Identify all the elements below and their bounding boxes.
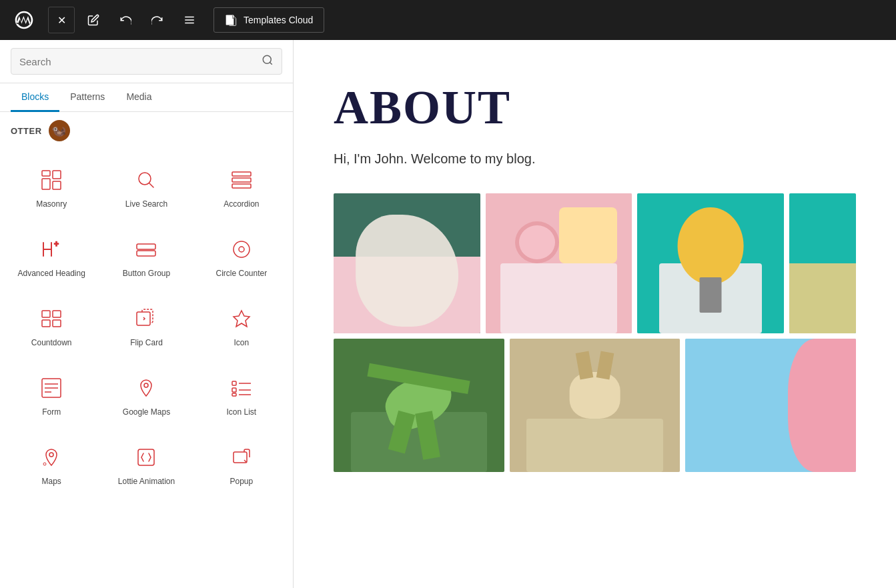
block-item-google-maps[interactable]: Google Maps [100,363,192,429]
otter-avatar: 🦦 [49,120,70,141]
svg-marker-22 [234,311,250,327]
svg-point-17 [239,247,244,252]
gallery-image-5 [334,339,504,472]
undo-button[interactable] [112,7,139,33]
gallery-image-2 [486,193,632,333]
block-item-accordion[interactable]: Accordion [195,155,288,221]
icon-list-label: Icon List [226,407,256,418]
toolbar: ✕ Templates Cloud [0,0,896,40]
maps-icon [41,447,62,471]
block-item-icon-list[interactable]: Icon List [195,363,288,429]
live-search-icon [135,169,157,194]
search-icon [262,54,274,69]
svg-rect-12 [232,184,251,188]
popup-label: Popup [230,477,253,487]
svg-rect-10 [232,172,251,176]
close-button[interactable]: ✕ [48,7,75,33]
icon-block-icon [231,308,252,333]
live-search-label: Live Search [125,199,167,210]
gallery-row-1 [334,193,856,333]
masonry-icon [41,169,62,194]
svg-rect-8 [53,181,61,189]
advanced-heading-icon: + [41,239,62,263]
google-maps-icon [135,377,157,402]
svg-text:+: + [54,239,59,249]
lottie-animation-icon [135,447,157,471]
button-group-label: Button Group [123,269,170,279]
menu-button[interactable] [176,7,203,33]
wp-logo[interactable] [8,0,40,40]
block-item-lottie-animation[interactable]: Lottie Animation [100,432,192,499]
svg-rect-36 [138,449,154,465]
circle-counter-label: Circle Counter [215,269,267,279]
templates-cloud-label: Templates Cloud [244,15,313,25]
countdown-icon [41,308,62,333]
svg-rect-11 [232,178,251,182]
canvas: ABOUT Hi, I'm John. Welcome to my blog. [294,40,896,588]
search-bar [0,40,293,83]
svg-rect-21 [53,320,61,327]
popup-icon [231,447,252,471]
svg-rect-32 [232,393,236,396]
icon-list-icon [231,377,252,402]
page-title: ABOUT [334,80,856,135]
circle-counter-icon [231,239,252,263]
svg-rect-7 [42,179,50,189]
accordion-label: Accordion [223,199,259,210]
blocks-grid: Masonry Live Search [5,155,288,499]
search-input-wrap [11,48,282,75]
block-item-live-search[interactable]: Live Search [100,155,192,221]
countdown-label: Countdown [31,338,72,349]
gallery-image-3 [637,193,784,333]
button-group-icon [135,239,157,263]
sidebar: Blocks Patterns Media OTTER 🦦 [0,40,294,588]
gallery-image-1 [334,193,480,333]
gallery-image-7 [685,339,856,472]
edit-icon-button[interactable] [80,7,107,33]
canvas-inner: ABOUT Hi, I'm John. Welcome to my blog. [294,40,896,588]
svg-rect-19 [53,311,61,317]
redo-button[interactable] [144,7,171,33]
block-item-countdown[interactable]: Countdown [5,293,97,360]
blocks-scroll-area: Masonry Live Search [0,149,293,588]
tab-media[interactable]: Media [115,83,162,112]
gallery-image-4 [789,193,856,333]
lottie-animation-label: Lottie Animation [118,477,175,487]
templates-cloud-button[interactable]: Templates Cloud [213,7,324,33]
form-icon [41,377,62,402]
svg-point-27 [144,383,148,387]
svg-rect-14 [137,244,155,249]
search-input[interactable] [19,56,262,67]
block-item-maps[interactable]: Maps [5,432,97,499]
block-item-button-group[interactable]: Button Group [100,224,192,291]
main-area: Blocks Patterns Media OTTER 🦦 [0,40,896,588]
block-item-advanced-heading[interactable]: + Advanced Heading [5,224,97,291]
icon-label: Icon [234,338,249,349]
flip-card-icon [135,308,157,333]
tab-patterns[interactable]: Patterns [59,83,115,112]
block-item-popup[interactable]: Popup [195,432,288,499]
otter-section-header: OTTER 🦦 [0,112,293,149]
block-item-masonry[interactable]: Masonry [5,155,97,221]
block-item-form[interactable]: Form [5,363,97,429]
svg-rect-6 [53,171,61,179]
accordion-icon [231,169,252,194]
block-item-flip-card[interactable]: Flip Card [100,293,192,360]
maps-label: Maps [41,477,61,487]
form-label: Form [42,407,61,418]
block-item-circle-counter[interactable]: Circle Counter [195,224,288,291]
svg-point-9 [139,173,151,185]
masonry-label: Masonry [36,199,67,210]
tab-blocks[interactable]: Blocks [11,83,59,112]
svg-point-16 [234,241,250,257]
svg-rect-5 [42,171,50,176]
otter-label: OTTER [11,126,42,136]
svg-rect-15 [137,251,155,256]
svg-rect-30 [232,388,236,392]
svg-rect-20 [42,320,50,327]
block-item-icon[interactable]: Icon [195,293,288,360]
svg-point-35 [43,463,46,465]
page-subtitle: Hi, I'm John. Welcome to my blog. [334,151,856,167]
svg-point-4 [263,55,271,63]
svg-rect-28 [232,381,236,385]
